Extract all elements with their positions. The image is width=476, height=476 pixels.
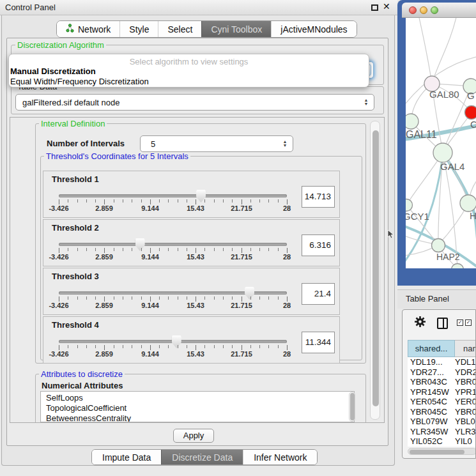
node-label: GAL11 [406,129,437,140]
split-pane-icon[interactable] [437,318,448,329]
tab-jactivemnodules[interactable]: jActiveMNodules [271,21,356,37]
checkbox-icon[interactable]: ✓ [465,319,472,326]
network-canvas[interactable]: GAL80 G C GAL11 GAL4 GCY1 H HAP2 [406,18,476,268]
threshold-value-field[interactable]: 21.4 [302,283,335,305]
table-row[interactable]: YLR345WYLR3 [408,427,476,437]
node-right-mid[interactable] [460,195,476,211]
list-item[interactable]: SelfLoops [41,392,354,403]
table-header-row: shared... name [408,340,476,357]
column-header-shared-name[interactable]: shared... [408,340,455,357]
table-row[interactable]: YBR045CYBR0 [408,407,476,417]
numerical-attributes-label: Numerical Attributes [42,381,123,390]
node-label: H [470,210,476,221]
table-row[interactable]: YBL079WYBL0 [408,417,476,427]
tab-infer-network[interactable]: Infer Network [243,450,317,464]
tab-style[interactable]: Style [119,21,158,37]
threshold-panel-3: Threshold 3 -3.426 2.859 9.144 15.43 21.… [43,268,340,315]
table-body[interactable]: YDL19...YDL1 YDR27...YDR2 YBR043CYBR0 YP… [408,357,476,447]
network-window-titlebar [402,3,476,18]
threshold-value-field[interactable]: 11.344 [302,332,335,353]
vertical-scrollbar[interactable] [370,121,380,420]
node-selected-red[interactable] [465,106,476,119]
tab-discretize-data[interactable]: Discretize Data [161,450,243,464]
node-label: GAL4 [440,161,464,172]
mouse-cursor [387,230,395,239]
node-label: HAP2 [436,252,460,262]
tab-label: Network [78,24,111,35]
slider-track[interactable] [59,243,287,246]
node-gal11[interactable] [406,114,418,129]
dropdown-option-manual[interactable]: Manual Discretization [10,66,96,76]
table-row[interactable]: YER054CYER0 [408,397,476,407]
threshold-panel-1: Threshold 1 -3.426 2.859 9.144 15.43 21.… [43,171,340,218]
dropdown-option-equal-width[interactable]: Equal Width/Frequency Discretization [10,77,149,86]
gear-icon[interactable] [414,316,426,330]
threshold-label: Threshold 4 [52,320,99,330]
close-icon[interactable]: ✕ [383,1,390,12]
threshold-label: Threshold 1 [52,174,99,184]
table-row[interactable]: YDL19...YDL1 [408,357,476,367]
horizontal-scrollbar[interactable] [408,448,476,455]
network-icon [66,24,74,35]
intervals-value: 5 [141,139,280,149]
threshold-value-field[interactable]: 14.713 [302,186,335,208]
table-row[interactable]: YPR145WYPR1 [408,387,476,397]
control-panel-titlebar [0,0,397,15]
list-item[interactable]: BetweennessCentrality [41,413,354,422]
number-of-intervals-spinner[interactable]: 5 ▲▼ [140,135,293,152]
interval-definition-title: Interval Definition [39,119,107,128]
node-label: GCY1 [406,211,429,222]
threshold-panel-2: Threshold 2 -3.426 2.859 9.144 15.43 21.… [43,219,340,266]
table-data-combobox[interactable]: galFiltered.sif default node ▲▼ [15,94,374,111]
threshold-panel-4: Threshold 4 -3.426 2.859 9.144 15.43 21.… [43,316,340,364]
tab-impute-data[interactable]: Impute Data [92,450,161,464]
apply-button[interactable]: Apply [173,429,214,443]
table-row[interactable]: YDR27...YDR2 [408,367,476,378]
thresholds-group-title: Threshold's Coordinates for 5 Intervals [44,152,190,160]
number-of-intervals-label: Number of Intervals [47,139,125,148]
node-label: G [467,90,475,101]
attributes-list[interactable]: SelfLoops TopologicalCoefficient Between… [40,391,355,422]
close-traffic-light[interactable] [409,6,417,14]
scrollbar-thumb[interactable] [350,393,355,420]
settings-panel: Interval Definition Number of Intervals … [10,117,385,423]
table-data-value: galFiltered.sif default node [16,98,361,107]
list-item[interactable]: TopologicalCoefficient [41,403,354,413]
network-graph: GAL80 G C GAL11 GAL4 GCY1 H HAP2 [406,18,476,268]
float-window-icon[interactable] [371,4,378,11]
node-hap2[interactable] [432,239,445,252]
node-gcy1[interactable] [406,199,413,211]
slider-track[interactable] [59,194,287,197]
table-row[interactable]: YIL052CYIL0 [408,436,476,447]
tab-select[interactable]: Select [158,21,201,37]
node-label: GAL80 [429,89,459,100]
column-header-name[interactable]: name [455,340,476,357]
zoom-traffic-light[interactable] [431,6,438,14]
panel-title: Control Panel [5,3,56,12]
minimize-traffic-light[interactable] [420,6,427,14]
checkbox-icon[interactable]: ✓ [457,319,463,326]
algorithm-dropdown-popup: Select algorithm to view settings Manual… [8,54,369,88]
table-panel-title: Table Panel [406,294,449,303]
node-label: C [470,119,476,130]
algorithm-group-title: Discretization Algorithm [15,41,106,49]
node-gal4[interactable] [433,143,452,162]
table-panel-window: ✓ ✓ shared... name YDL19...YDL1 YDR27...… [402,309,476,459]
threshold-value-field[interactable]: 6.316 [302,234,335,256]
chevron-updown-icon: ▲▼ [280,140,290,148]
chevron-updown-icon: ▲▼ [361,98,371,106]
bottom-tabbar: Impute Data Discretize Data Infer Networ… [91,449,318,465]
tab-network[interactable]: Network [57,21,119,37]
table-row[interactable]: YBR043CYBR0 [408,377,476,387]
control-panel-tabbar: Network Style Select Cyni Toolbox jActiv… [56,20,357,38]
scrollbar-thumb[interactable] [372,130,379,406]
threshold-label: Threshold 3 [52,272,99,281]
threshold-label: Threshold 2 [52,223,99,233]
attributes-group-title: Attributes to discretize [39,370,125,378]
tab-cyni-toolbox[interactable]: Cyni Toolbox [201,21,271,37]
dropdown-hint: Select algorithm to view settings [9,57,369,66]
list-scrollbar[interactable] [349,392,355,422]
scrollbar-thumb[interactable] [410,450,464,454]
